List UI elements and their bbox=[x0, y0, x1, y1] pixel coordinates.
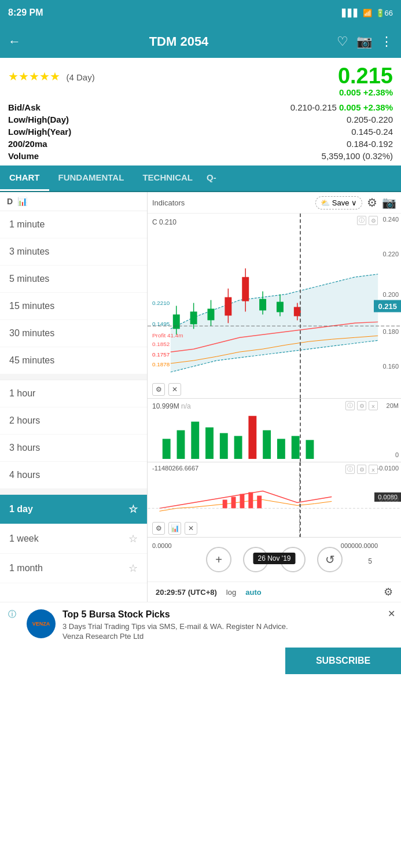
svg-text:0.1852: 0.1852 bbox=[152, 341, 170, 347]
chart-type-d[interactable]: D bbox=[7, 197, 13, 206]
svg-rect-38 bbox=[248, 492, 253, 509]
settings-icon[interactable]: ⚙ bbox=[367, 196, 377, 209]
camera-icon[interactable]: 📷 bbox=[356, 34, 372, 49]
time-item-3hr[interactable]: 3 hours bbox=[0, 435, 147, 462]
ad-banner: ⓘ VENZA Top 5 Bursa Stock Picks 3 Days T… bbox=[0, 602, 401, 648]
info-icon-2[interactable]: ⚙ bbox=[369, 216, 378, 225]
ad-info-icon[interactable]: ⓘ bbox=[8, 609, 16, 620]
svg-rect-4 bbox=[190, 311, 197, 324]
time-menu-header: D 📊 bbox=[0, 192, 147, 211]
star-1day[interactable]: ☆ bbox=[128, 503, 138, 516]
macd-info-1[interactable]: ⓘ bbox=[345, 465, 355, 474]
bid-ask-value: 0.210-0.215 0.005 +2.38% bbox=[290, 102, 393, 112]
time-item-5min[interactable]: 5 minutes bbox=[0, 266, 147, 293]
time-item-2hr[interactable]: 2 hours bbox=[0, 407, 147, 435]
price-label-220: 0.220 bbox=[382, 251, 399, 258]
vol-20m: 20M bbox=[387, 402, 399, 409]
time-item-1month[interactable]: 1 month ☆ bbox=[0, 554, 147, 583]
macd-info-2[interactable]: ⚙ bbox=[357, 465, 366, 474]
info-icon-1[interactable]: ⓘ bbox=[357, 216, 366, 225]
volume-label: Volume bbox=[8, 151, 39, 161]
svg-rect-12 bbox=[259, 299, 266, 311]
more-icon[interactable]: ⋮ bbox=[380, 34, 393, 49]
price-section: 0.215 bbox=[338, 64, 393, 89]
svg-rect-28 bbox=[220, 433, 228, 459]
svg-rect-26 bbox=[191, 422, 199, 459]
zoom-in-button[interactable]: + bbox=[206, 547, 231, 572]
svg-rect-10 bbox=[242, 277, 249, 301]
candlestick-svg: 0.2210 0.1495 Profit 41.4m 0.1852 0.1757… bbox=[148, 214, 401, 398]
svg-rect-8 bbox=[225, 297, 231, 316]
time-item-1min[interactable]: 1 minute bbox=[0, 211, 147, 238]
time-label-15min: 15 minutes bbox=[9, 301, 54, 311]
ad-close-button[interactable]: ✕ bbox=[388, 608, 395, 619]
svg-rect-6 bbox=[208, 308, 215, 320]
nav-controls-area: 0.0000 000000.0000 + ‹ › ↺ 26 Nov '19 5 bbox=[148, 538, 401, 582]
macd-cfg-1[interactable]: ⚙ bbox=[152, 522, 165, 535]
chart-settings-gear[interactable]: ⚙ bbox=[384, 586, 393, 598]
auto-toggle[interactable]: auto bbox=[245, 588, 261, 597]
settings-btn-1[interactable]: ⚙ bbox=[152, 383, 165, 396]
tab-q[interactable]: Q- bbox=[202, 165, 221, 191]
time-item-1week[interactable]: 1 week ☆ bbox=[0, 524, 147, 554]
vol-info-2[interactable]: ⚙ bbox=[357, 401, 366, 410]
candlestick-chart: C 0.210 0.240 0.220 0.200 0.180 0.160 0.… bbox=[148, 214, 401, 399]
subscribe-button[interactable]: SUBSCRIBE bbox=[285, 648, 401, 674]
tab-chart[interactable]: CHART bbox=[0, 165, 49, 191]
macd-info-3[interactable]: ⅹ bbox=[369, 465, 378, 474]
favorite-icon[interactable]: ♡ bbox=[337, 34, 348, 49]
macd-crosshair bbox=[300, 462, 301, 537]
vol-info-3[interactable]: ⅹ bbox=[369, 401, 378, 410]
macd-label-top: -0.0100 bbox=[377, 465, 399, 472]
camera-chart-icon[interactable]: 📷 bbox=[382, 196, 396, 209]
time-item-4hr[interactable]: 4 hours bbox=[0, 462, 147, 489]
indicators-button[interactable]: Indicators bbox=[152, 198, 185, 207]
price-label-160: 0.160 bbox=[382, 363, 399, 370]
candle-close: C 0.210 bbox=[152, 218, 176, 226]
tab-fundamental[interactable]: FUNDAMENTAL bbox=[49, 165, 134, 191]
save-button[interactable]: ⛅ Save ∨ bbox=[315, 196, 362, 209]
time-item-30min[interactable]: 30 minutes bbox=[0, 320, 147, 347]
time-item-1hr[interactable]: 1 hour bbox=[0, 380, 147, 407]
vol-0: 0 bbox=[395, 451, 399, 458]
svg-rect-27 bbox=[205, 428, 214, 459]
status-bar: 8:29 PM ▋▋▋ 📶 🔋66 bbox=[0, 0, 401, 25]
time-label-30min: 30 minutes bbox=[9, 328, 54, 339]
low-high-year-value: 0.145-0.24 bbox=[351, 127, 393, 137]
svg-rect-33 bbox=[292, 436, 300, 459]
macd-cfg-3[interactable]: ✕ bbox=[185, 522, 197, 535]
reset-button[interactable]: ↺ bbox=[317, 547, 343, 572]
stock-details: Bid/Ask 0.210-0.215 0.005 +2.38% Low/Hig… bbox=[8, 101, 393, 162]
macd-chart: -11480266.6667 ⓘ ⚙ ⅹ 0.0080 -0.0100 0.00… bbox=[148, 462, 401, 538]
settings-btn-2[interactable]: ✕ bbox=[168, 383, 181, 396]
vol-info-1[interactable]: ⓘ bbox=[345, 401, 355, 410]
time-item-3min[interactable]: 3 minutes bbox=[0, 238, 147, 266]
time-item-45min[interactable]: 45 minutes bbox=[0, 347, 147, 374]
ad-content: Top 5 Bursa Stock Picks 3 Days Trial Tra… bbox=[62, 609, 393, 641]
low-high-day-label: Low/High(Day) bbox=[8, 115, 69, 124]
time-item-15min[interactable]: 15 minutes bbox=[0, 293, 147, 320]
chart-info-icons: ⓘ ⚙ bbox=[357, 216, 378, 225]
svg-rect-25 bbox=[177, 431, 185, 459]
star-1week[interactable]: ☆ bbox=[128, 532, 138, 545]
back-button[interactable]: ← bbox=[8, 34, 21, 49]
subscribe-section: SUBSCRIBE bbox=[0, 648, 401, 674]
ctrl-bottom-val1: 0.0000 bbox=[152, 542, 172, 549]
log-toggle[interactable]: log bbox=[226, 588, 236, 597]
status-icons: ▋▋▋ 📶 🔋66 bbox=[342, 9, 393, 17]
candle-info: C 0.210 bbox=[152, 218, 176, 226]
low-high-day-row: Low/High(Day) 0.205-0.220 bbox=[8, 113, 393, 126]
svg-rect-30 bbox=[248, 416, 256, 459]
ad-title: Top 5 Bursa Stock Picks bbox=[62, 609, 393, 620]
svg-rect-32 bbox=[277, 439, 285, 459]
macd-cfg-2[interactable]: 📊 bbox=[168, 522, 181, 535]
star-1month[interactable]: ☆ bbox=[128, 562, 138, 575]
price-main: 0.215 bbox=[338, 64, 393, 88]
chart-type-bar[interactable]: 📊 bbox=[17, 197, 27, 206]
tab-bar: CHART FUNDAMENTAL TECHNICAL Q- bbox=[0, 165, 401, 192]
status-time: 8:29 PM bbox=[8, 8, 43, 18]
ad-company: Venza Research Pte Ltd bbox=[62, 632, 393, 641]
tab-technical[interactable]: TECHNICAL bbox=[133, 165, 202, 191]
svg-text:Profit 41.4m: Profit 41.4m bbox=[152, 332, 183, 339]
time-item-1day[interactable]: 1 day ☆ bbox=[0, 495, 147, 524]
